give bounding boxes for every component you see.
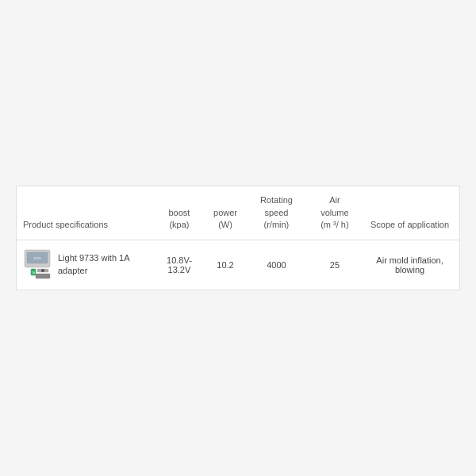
specs-table-container: Product specifications boost (kpa) power… [16, 186, 460, 290]
svg-rect-7 [36, 274, 50, 278]
svg-text:9733: 9733 [34, 256, 42, 260]
table-header-row: Product specifications boost (kpa) power… [17, 186, 459, 240]
header-product-specs: Product specifications [17, 186, 152, 240]
table-row: 9733 1A Light 9733 with 1A adapter 10.8V… [17, 240, 459, 290]
cell-rotating-speed: 4000 [244, 240, 309, 290]
cell-power: 10.2 [207, 240, 244, 290]
svg-point-6 [41, 269, 44, 272]
product-image: 9733 1A [23, 248, 52, 282]
header-rotating-speed: Rotating speed (r/min) [244, 186, 309, 240]
cell-boost: 10.8V-13.2V [152, 240, 207, 290]
header-boost: boost (kpa) [152, 186, 207, 240]
product-cell: 9733 1A Light 9733 with 1A adapter [17, 240, 152, 290]
product-name: Light 9733 with 1A adapter [58, 252, 145, 277]
header-air-volume: Air volume (m ³/ h) [309, 186, 360, 240]
svg-text:1A: 1A [32, 271, 36, 274]
header-scope: Scope of application [360, 186, 459, 240]
cell-air-volume: 25 [309, 240, 360, 290]
header-power: power (W) [207, 186, 244, 240]
cell-scope: Air mold inflation, blowing [360, 240, 459, 290]
product-specs-table: Product specifications boost (kpa) power… [17, 186, 459, 289]
